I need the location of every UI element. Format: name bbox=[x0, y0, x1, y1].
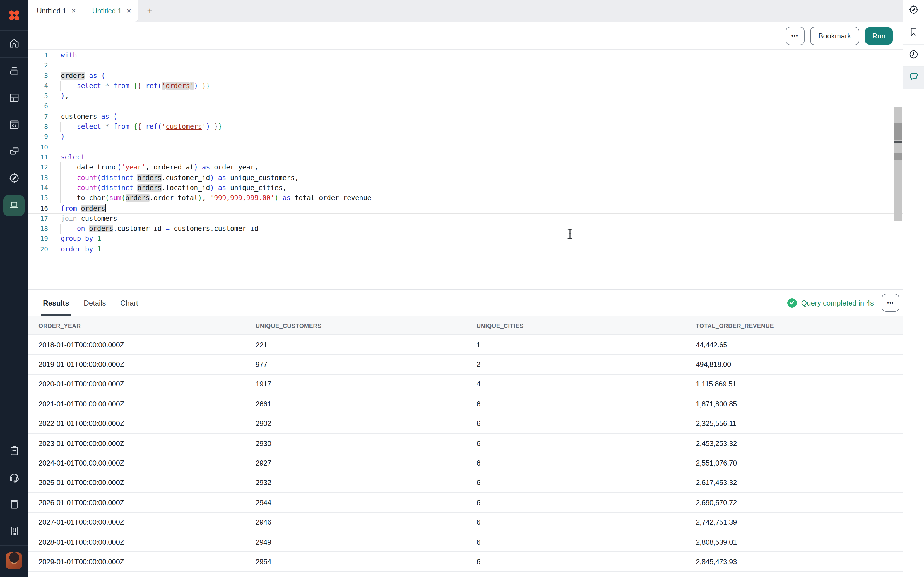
table-cell: 2021-01-01T00:00:00.000Z bbox=[39, 400, 255, 408]
table-row[interactable]: 2020-01-01T00:00:00.000Z191741,115,869.5… bbox=[28, 375, 903, 395]
bookmark-label: Bookmark bbox=[818, 32, 851, 40]
table-row[interactable]: 2030-01-01T00:00:00.000Z287961,841,049.3… bbox=[28, 572, 903, 577]
laptop-icon bbox=[8, 199, 20, 213]
code-line[interactable]: 20order by 1 bbox=[28, 244, 903, 254]
app-window: Untitled 1 ✕ Untitled 1 ✕ + ••• Bookmark… bbox=[0, 0, 924, 577]
right-sidebar-explore[interactable] bbox=[903, 0, 924, 22]
line-number: 1 bbox=[28, 50, 48, 61]
code-line[interactable]: 13 count(distinct orders.customer_id) as… bbox=[28, 172, 903, 183]
table-row[interactable]: 2026-01-01T00:00:00.000Z294462,690,570.7… bbox=[28, 493, 903, 513]
clipboard-icon bbox=[8, 445, 20, 459]
table-cell: 2949 bbox=[255, 538, 477, 546]
table-row[interactable]: 2028-01-01T00:00:00.000Z294962,808,539.0… bbox=[28, 532, 903, 552]
tab-untitled-2[interactable]: Untitled 1 ✕ bbox=[83, 0, 138, 22]
right-sidebar bbox=[903, 0, 924, 577]
table-cell: 1 bbox=[477, 340, 696, 349]
table-cell: 2023-01-01T00:00:00.000Z bbox=[39, 439, 255, 447]
table-row[interactable]: 2018-01-01T00:00:00.000Z221144,442.65 bbox=[28, 335, 903, 355]
table-cell: 2946 bbox=[255, 518, 477, 526]
query-status: Query completed in 4s ••• bbox=[787, 294, 903, 312]
sidebar-item-clipboard[interactable] bbox=[0, 438, 28, 465]
table-cell: 6 bbox=[477, 419, 696, 428]
code-line[interactable]: 16from orders bbox=[28, 203, 903, 214]
code-line[interactable]: 17join customers bbox=[28, 214, 903, 224]
code-line[interactable]: 11select bbox=[28, 152, 903, 163]
column-header[interactable]: UNIQUE_CUSTOMERS bbox=[255, 322, 477, 329]
table-cell: 2018-01-01T00:00:00.000Z bbox=[39, 340, 255, 349]
sidebar-item-projects[interactable] bbox=[0, 58, 28, 85]
ellipsis-icon: ••• bbox=[887, 300, 894, 306]
table-row[interactable]: 2025-01-01T00:00:00.000Z293262,617,453.3… bbox=[28, 473, 903, 493]
right-sidebar-ai-assistant[interactable] bbox=[903, 67, 924, 89]
text-caret bbox=[105, 204, 106, 212]
success-check-icon bbox=[787, 298, 797, 308]
table-row[interactable]: 2024-01-01T00:00:00.000Z292762,551,076.7… bbox=[28, 453, 903, 473]
table-row[interactable]: 2023-01-01T00:00:00.000Z293062,453,253.3… bbox=[28, 434, 903, 453]
code-line[interactable]: 1with bbox=[28, 50, 903, 61]
column-header[interactable]: UNIQUE_CITIES bbox=[477, 322, 696, 329]
tab-untitled-1[interactable]: Untitled 1 ✕ bbox=[28, 0, 83, 22]
table-cell: 6 bbox=[477, 558, 696, 566]
column-header[interactable]: TOTAL_ORDER_REVENUE bbox=[696, 322, 903, 329]
tab-results[interactable]: Results bbox=[43, 290, 69, 316]
close-icon[interactable]: ✕ bbox=[71, 8, 76, 14]
code-line[interactable]: 3orders as ( bbox=[28, 71, 903, 81]
column-header[interactable]: ORDER_YEAR bbox=[39, 322, 255, 329]
sidebar-item-organization[interactable] bbox=[0, 519, 28, 545]
table-cell: 2,453,253.32 bbox=[696, 439, 903, 447]
sidebar-item-code-window[interactable] bbox=[0, 112, 28, 139]
code-line[interactable]: 12 date_trunc('year', ordered_at) as ord… bbox=[28, 163, 903, 173]
code-text: count(distinct orders.location_id) as un… bbox=[61, 183, 286, 193]
editor-scrollbar[interactable] bbox=[894, 107, 902, 221]
sidebar-item-home[interactable] bbox=[0, 31, 28, 57]
table-cell: 2026-01-01T00:00:00.000Z bbox=[39, 498, 255, 507]
code-line[interactable]: 5), bbox=[28, 91, 903, 101]
bookmark-button[interactable]: Bookmark bbox=[810, 26, 859, 45]
code-line[interactable]: 8 select * from {{ ref('customers') }} bbox=[28, 121, 903, 132]
main-area: Untitled 1 ✕ Untitled 1 ✕ + ••• Bookmark… bbox=[28, 0, 903, 577]
table-row[interactable]: 2019-01-01T00:00:00.000Z9772494,818.00 bbox=[28, 355, 903, 375]
results-more-button[interactable]: ••• bbox=[882, 294, 900, 312]
more-options-button[interactable]: ••• bbox=[785, 26, 804, 45]
code-text: select * from {{ ref('customers') }} bbox=[61, 121, 222, 132]
tab-chart[interactable]: Chart bbox=[120, 290, 138, 316]
code-line[interactable]: 7customers as ( bbox=[28, 111, 903, 122]
hex-logo-icon[interactable] bbox=[0, 0, 28, 30]
user-avatar[interactable] bbox=[6, 553, 22, 569]
code-line[interactable]: 15 to_char(sum(orders.order_total), '999… bbox=[28, 193, 903, 203]
right-sidebar-history[interactable] bbox=[903, 45, 924, 67]
bookmark-icon bbox=[908, 27, 919, 40]
code-line[interactable]: 9) bbox=[28, 132, 903, 142]
table-cell: 6 bbox=[477, 479, 696, 487]
sidebar-item-windows[interactable] bbox=[0, 139, 28, 166]
sidebar-item-desktop[interactable] bbox=[0, 192, 28, 219]
sidebar-item-explore[interactable] bbox=[0, 166, 28, 192]
sidebar-item-docs[interactable] bbox=[0, 492, 28, 519]
table-row[interactable]: 2029-01-01T00:00:00.000Z295462,845,473.9… bbox=[28, 552, 903, 572]
table-cell: 2029-01-01T00:00:00.000Z bbox=[39, 558, 255, 566]
tab-details[interactable]: Details bbox=[84, 290, 106, 316]
run-button[interactable]: Run bbox=[865, 27, 893, 44]
new-tab-button[interactable]: + bbox=[139, 0, 161, 22]
table-row[interactable]: 2027-01-01T00:00:00.000Z294662,742,751.3… bbox=[28, 513, 903, 532]
sidebar-item-support[interactable] bbox=[0, 465, 28, 492]
table-row[interactable]: 2022-01-01T00:00:00.000Z290262,325,556.1… bbox=[28, 414, 903, 434]
close-icon[interactable]: ✕ bbox=[127, 8, 131, 14]
table-row[interactable]: 2021-01-01T00:00:00.000Z266161,871,800.8… bbox=[28, 394, 903, 414]
table-cell: 2020-01-01T00:00:00.000Z bbox=[39, 380, 255, 388]
line-number: 20 bbox=[28, 244, 48, 254]
line-number: 7 bbox=[28, 111, 48, 122]
code-line[interactable]: 19group by 1 bbox=[28, 234, 903, 244]
sql-editor[interactable]: 1with23orders as (4 select * from {{ ref… bbox=[28, 50, 903, 289]
table-cell: 6 bbox=[477, 439, 696, 447]
scrollbar-thumb[interactable] bbox=[894, 122, 902, 140]
code-line[interactable]: 10 bbox=[28, 142, 903, 152]
table-cell: 2,690,570.72 bbox=[696, 498, 903, 507]
sidebar-item-apps[interactable] bbox=[0, 85, 28, 112]
right-sidebar-bookmarks[interactable] bbox=[903, 22, 924, 45]
code-line[interactable]: 18 on orders.customer_id = customers.cus… bbox=[28, 224, 903, 234]
code-line[interactable]: 14 count(distinct orders.location_id) as… bbox=[28, 183, 903, 193]
code-line[interactable]: 2 bbox=[28, 61, 903, 71]
code-line[interactable]: 4 select * from {{ ref('orders') }} bbox=[28, 81, 903, 91]
code-line[interactable]: 6 bbox=[28, 101, 903, 111]
